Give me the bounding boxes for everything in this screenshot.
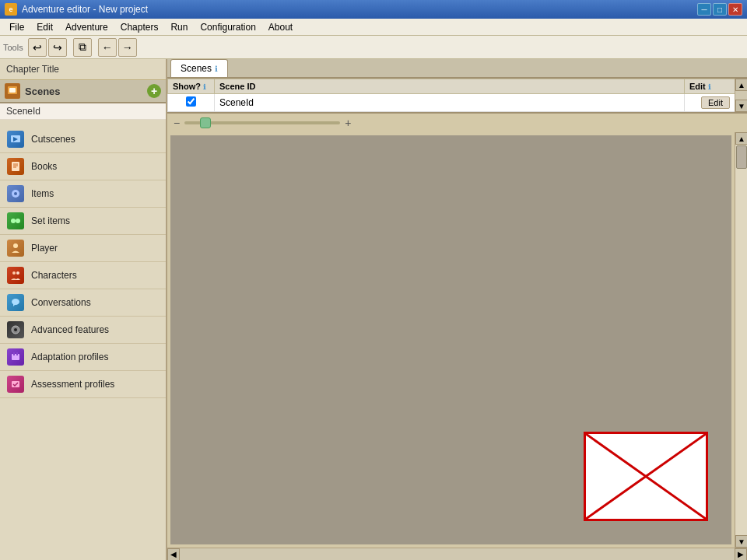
svg-point-10 — [11, 219, 16, 223]
scenes-tab-bar: Scenes ℹ — [167, 59, 747, 79]
conversations-label: Conversations — [31, 297, 91, 308]
sidebar-item-items[interactable]: Items — [0, 180, 166, 208]
sidebar-item-characters[interactable]: Characters — [0, 262, 166, 289]
maximize-button[interactable]: □ — [713, 3, 727, 16]
canvas-scrollbar-right[interactable]: ▲ ▼ — [735, 132, 747, 548]
canvas-scroll-track — [735, 145, 747, 535]
sidebar-item-player[interactable]: Player — [0, 235, 166, 262]
sceneid-column-header: Scene ID — [215, 79, 685, 94]
left-panel: Chapter Title Scenes + SceneId — [0, 59, 167, 560]
back-button[interactable]: ← — [98, 38, 117, 57]
player-label: Player — [31, 243, 58, 254]
scroll-up-arrow[interactable]: ▲ — [735, 79, 747, 91]
scenes-icon — [5, 83, 20, 99]
adaptation-icon — [6, 348, 25, 366]
zoom-slider-thumb[interactable] — [200, 117, 211, 128]
sidebar-item-advanced[interactable]: Advanced features — [0, 317, 166, 344]
sidebar-item-conversations[interactable]: Conversations — [0, 289, 166, 317]
canvas-scroll-thumb[interactable] — [736, 145, 747, 169]
menu-bar: File Edit Adventure Chapters Run Configu… — [0, 19, 747, 36]
toolbar: Tools ↩ ↪ ⧉ ← → — [0, 36, 747, 59]
menu-run[interactable]: Run — [164, 20, 194, 34]
zoom-slider[interactable] — [184, 121, 340, 124]
svg-point-9 — [14, 192, 17, 195]
sidebar-nav: Cutscenes Books Items — [0, 120, 166, 560]
sidebar-item-adaptation[interactable]: Adaptation profiles — [0, 344, 166, 371]
title-bar: e Adventure editor - New project ─ □ ✕ — [0, 0, 747, 19]
scene-table: Show? ℹ Scene ID Edit ℹ — [167, 79, 747, 112]
minimize-button[interactable]: ─ — [697, 3, 711, 16]
svg-point-13 — [12, 271, 16, 275]
scene-id-cell: SceneId — [215, 94, 685, 112]
zoom-minus-icon[interactable]: − — [174, 117, 180, 129]
window-buttons: ─ □ ✕ — [697, 3, 742, 16]
svg-rect-19 — [12, 354, 19, 360]
books-icon — [6, 157, 25, 176]
adaptation-label: Adaptation profiles — [31, 352, 108, 362]
show-checkbox[interactable] — [186, 96, 196, 107]
sidebar-item-assessment[interactable]: Assessment profiles — [0, 371, 166, 398]
sidebar-item-setitems[interactable]: Set items — [0, 208, 166, 235]
zoom-plus-icon[interactable]: + — [345, 117, 351, 129]
show-checkbox-cell[interactable] — [168, 94, 215, 112]
scenes-header: Scenes + — [0, 80, 166, 103]
table-row: SceneId Edit — [168, 94, 747, 112]
scroll-track — [735, 91, 747, 100]
scenes-tab-label: Scenes — [181, 63, 212, 74]
add-scene-button[interactable]: + — [147, 84, 161, 98]
menu-configuration[interactable]: Configuration — [194, 20, 261, 34]
cutscenes-icon — [6, 130, 25, 149]
menu-file[interactable]: File — [3, 20, 30, 34]
zoom-bar: − + — [167, 114, 747, 132]
placeholder-box — [584, 432, 708, 521]
svg-point-18 — [14, 328, 17, 331]
sidebar-item-cutscenes[interactable]: Cutscenes — [0, 126, 166, 153]
menu-about[interactable]: About — [262, 20, 299, 34]
show-column-header: Show? ℹ — [168, 79, 215, 94]
items-icon — [6, 184, 25, 203]
menu-chapters[interactable]: Chapters — [114, 20, 165, 34]
scene-canvas — [170, 135, 731, 544]
bottom-scroll-left[interactable]: ◀ — [167, 548, 180, 561]
scenes-info-icon: ℹ — [215, 65, 218, 73]
app-title: Adventure editor - New project — [22, 4, 693, 15]
advanced-icon — [6, 320, 25, 339]
scene-item[interactable]: SceneId — [0, 103, 166, 120]
characters-label: Characters — [31, 270, 77, 281]
scene-table-container: Show? ℹ Scene ID Edit ℹ — [167, 79, 747, 114]
app-icon: e — [5, 3, 17, 16]
svg-point-14 — [16, 271, 19, 275]
toolbar-label: Tools — [3, 43, 23, 52]
svg-line-24 — [586, 434, 706, 519]
sidebar-item-books[interactable]: Books — [0, 153, 166, 180]
setitems-label: Set items — [31, 215, 70, 226]
right-panel: Scenes ℹ Show? ℹ Scene ID Edit ℹ — [167, 59, 747, 560]
menu-edit[interactable]: Edit — [30, 20, 59, 34]
scenes-label: Scenes — [25, 86, 142, 97]
scroll-down-arrow[interactable]: ▼ — [735, 100, 747, 112]
main-layout: Chapter Title Scenes + SceneId — [0, 59, 747, 560]
canvas-scroll-up[interactable]: ▲ — [735, 132, 747, 145]
undo-button[interactable]: ↩ — [28, 38, 47, 57]
setitems-icon — [6, 212, 25, 230]
forward-button[interactable]: → — [118, 38, 137, 57]
redo-button[interactable]: ↪ — [48, 38, 67, 57]
copy-button[interactable]: ⧉ — [73, 38, 92, 57]
player-icon — [6, 239, 25, 257]
chapter-title: Chapter Title — [0, 59, 166, 80]
characters-icon — [6, 266, 25, 285]
close-button[interactable]: ✕ — [728, 3, 742, 16]
assessment-icon — [6, 375, 25, 394]
svg-point-15 — [12, 299, 19, 305]
advanced-label: Advanced features — [31, 324, 109, 335]
edit-scene-button[interactable]: Edit — [701, 96, 730, 109]
bottom-scroll-right[interactable]: ▶ — [735, 548, 747, 561]
cutscenes-label: Cutscenes — [31, 134, 75, 145]
canvas-scroll-down[interactable]: ▼ — [735, 535, 747, 548]
svg-line-23 — [586, 434, 706, 519]
menu-adventure[interactable]: Adventure — [59, 20, 114, 34]
scenes-tab[interactable]: Scenes ℹ — [170, 59, 228, 77]
bottom-scrollbar[interactable]: ◀ ▶ — [167, 548, 747, 560]
books-label: Books — [31, 161, 57, 172]
table-scrollbar[interactable]: ▲ ▼ — [735, 79, 747, 112]
